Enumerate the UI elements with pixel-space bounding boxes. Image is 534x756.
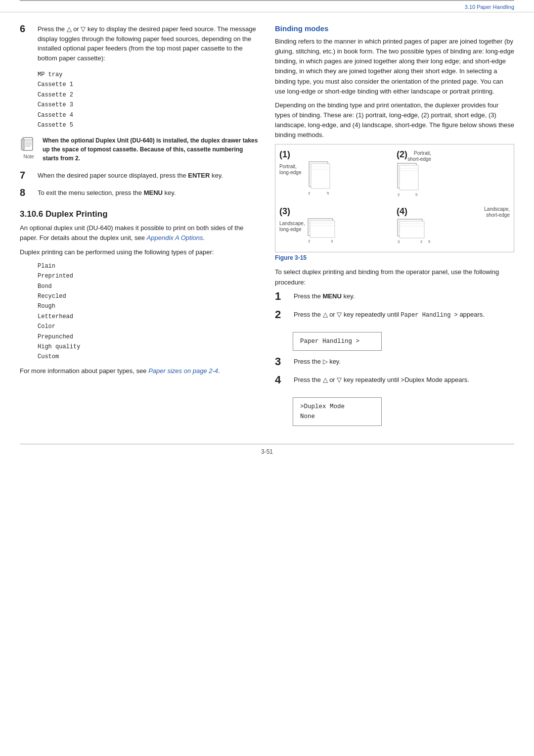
binding-label-1: (1) xyxy=(279,149,290,160)
terminal-box-4: >Duplex Mode None xyxy=(293,397,382,426)
section-heading-duplex: 3.10.6 Duplex Printing xyxy=(20,209,259,219)
binding-label-3: (3) xyxy=(279,206,290,217)
footer: 3-51 xyxy=(20,444,514,455)
duplex-para3: For more information about paper types, … xyxy=(20,366,259,376)
left-column: 6 Press the △ or ▽ key to display the de… xyxy=(20,24,259,432)
right-step-2-block: 2 Press the △ or ▽ key repeatedly until … xyxy=(275,310,514,321)
binding-landscape-row: Landscape,long-edge xyxy=(279,218,347,246)
paper-recycled: Recycled xyxy=(38,291,259,301)
binding-heading: Binding modes xyxy=(275,24,514,33)
code-line-3: Cassette 2 xyxy=(38,90,259,100)
right-step-1-num: 1 xyxy=(275,290,289,303)
binding-cell-2: (2) Portrait,short-edge xyxy=(397,149,510,204)
duplex-para1: An optional duplex unit (DU-640) makes i… xyxy=(20,223,259,243)
binding-label-2: (2) xyxy=(397,149,407,161)
svg-text:2: 2 xyxy=(420,239,423,244)
note-text: When the optional Duplex Unit (DU-640) i… xyxy=(43,136,259,163)
right-step-2-num: 2 xyxy=(275,308,289,321)
binding-cell-4: (4) Landscape,short-edge xyxy=(397,206,510,247)
svg-rect-30 xyxy=(400,165,418,190)
paper-highquality: High quality xyxy=(38,342,259,352)
binding-svg-2: 2 5 xyxy=(397,162,431,198)
binding-cell-2-inner: (2) Portrait,short-edge xyxy=(397,149,431,199)
terminal-4-line2: None xyxy=(300,412,374,422)
svg-text:5: 5 xyxy=(327,191,329,195)
binding-cell-2-header: (2) Portrait,short-edge xyxy=(397,149,431,162)
note-bold: When the optional Duplex Unit (DU-640) i… xyxy=(43,137,258,162)
binding-cell-3-inner: (3) Landscape,long-edge xyxy=(279,206,347,246)
paper-preprinted: Preprinted xyxy=(38,271,259,281)
page: 3.10 Paper Handling 6 Press the △ or ▽ k… xyxy=(0,0,534,756)
svg-rect-2 xyxy=(21,139,24,150)
binding-cell-1: (1) Portrait,long-edge xyxy=(279,149,393,204)
binding-cell-3: (3) Landscape,long-edge xyxy=(279,206,393,247)
binding-grid: (1) Portrait,long-edge xyxy=(275,144,514,252)
code-line-6: Cassette 5 xyxy=(38,120,259,130)
paper-plain: Plain xyxy=(38,261,259,271)
paper-custom: Custom xyxy=(38,352,259,362)
svg-text:2: 2 xyxy=(308,239,311,243)
figure-caption: Figure 3-15 xyxy=(275,254,307,261)
binding-cells: (1) Portrait,long-edge xyxy=(279,149,510,247)
step-6-text: Press the △ or ▽ key to display the desi… xyxy=(38,24,259,63)
svg-text:2: 2 xyxy=(308,191,311,195)
binding-para1: Binding refers to the manner in which pr… xyxy=(275,37,514,96)
step-7-num: 7 xyxy=(20,170,33,181)
appendix-link[interactable]: Appendix A Options xyxy=(147,234,203,241)
step-6-block: 6 Press the △ or ▽ key to display the de… xyxy=(20,24,259,63)
binding-svg-1: 2 5 xyxy=(304,161,334,196)
right-para3: To select duplex printing and binding fr… xyxy=(275,267,514,287)
paper-color: Color xyxy=(38,322,259,331)
content: 6 Press the △ or ▽ key to display the de… xyxy=(0,12,534,444)
terminal-2-text: Paper Handling > xyxy=(300,338,359,345)
right-step-4-num: 4 xyxy=(275,374,289,386)
code-line-5: Cassette 4 xyxy=(38,110,259,120)
binding-label-4: (4) xyxy=(397,206,407,217)
svg-text:5: 5 xyxy=(415,192,418,197)
step-7-bold: ENTER xyxy=(188,172,210,179)
svg-text:3: 3 xyxy=(331,239,333,243)
binding-cell-4-header: (4) Landscape,short-edge xyxy=(397,206,510,218)
landscape-long-label: Landscape,long-edge xyxy=(279,221,305,233)
code-line-4: Cassette 3 xyxy=(38,100,259,110)
note-icon: Note xyxy=(20,136,38,159)
right-step-4-block: 4 Press the △ or ▽ key repeatedly until … xyxy=(275,375,514,386)
page-number: 3-51 xyxy=(261,448,273,455)
svg-text:2: 2 xyxy=(398,192,400,197)
right-step-3-block: 3 Press the ▷ key. xyxy=(275,357,514,368)
terminal-4-line1: >Duplex Mode xyxy=(300,402,374,412)
paper-types-block: Plain Preprinted Bond Recycled Rough Let… xyxy=(38,261,259,362)
right-step-1-bold: MENU xyxy=(323,292,342,300)
paper-rough: Rough xyxy=(38,301,259,311)
binding-paper-2: 2 5 xyxy=(397,162,431,199)
right-step-3-num: 3 xyxy=(275,355,289,368)
svg-text:5: 5 xyxy=(428,239,431,244)
right-step-1-text: Press the MENU key. xyxy=(294,291,514,301)
code-block-6: MP tray Cassette 1 Cassette 2 Cassette 3… xyxy=(38,70,259,130)
svg-rect-16 xyxy=(311,164,330,189)
binding-paper-4: 3 2 5 xyxy=(397,218,436,247)
note-label: Note xyxy=(23,154,34,159)
paper-sizes-link[interactable]: Paper sizes on page 2-4 xyxy=(148,367,218,375)
header-bar: 3.10 Paper Handling xyxy=(0,1,534,12)
step-8-block: 8 To exit the menu selection, press the … xyxy=(20,188,259,198)
step-6-content: Press the △ or ▽ key to display the desi… xyxy=(38,25,256,62)
binding-para2: Depending on the binding type and print … xyxy=(275,100,514,141)
right-step-4-text: Press the △ or ▽ key repeatedly until >D… xyxy=(294,375,514,385)
binding-paper-1: 2 5 xyxy=(304,161,334,198)
note-svg-icon xyxy=(20,136,37,153)
right-step-2-text: Press the △ or ▽ key repeatedly until Pa… xyxy=(294,310,514,320)
step-8-num: 8 xyxy=(20,187,33,198)
right-column: Binding modes Binding refers to the mann… xyxy=(275,24,514,432)
binding-cell-4-inner: (4) Landscape,short-edge xyxy=(397,206,510,247)
binding-pages-1: Portrait,long-edge xyxy=(279,161,334,198)
landscape-short-label: Landscape,short-edge xyxy=(484,206,510,218)
code-line-1: MP tray xyxy=(38,70,259,80)
code-line-2: Cassette 1 xyxy=(38,80,259,90)
paper-bond: Bond xyxy=(38,282,259,291)
binding-paper-3: 2 3 xyxy=(307,218,347,246)
note-box: Note When the optional Duplex Unit (DU-6… xyxy=(20,136,259,163)
binding-figure: (1) Portrait,long-edge xyxy=(275,144,514,265)
svg-text:3: 3 xyxy=(398,239,400,244)
portrait-long-label: Portrait,long-edge xyxy=(279,164,301,176)
